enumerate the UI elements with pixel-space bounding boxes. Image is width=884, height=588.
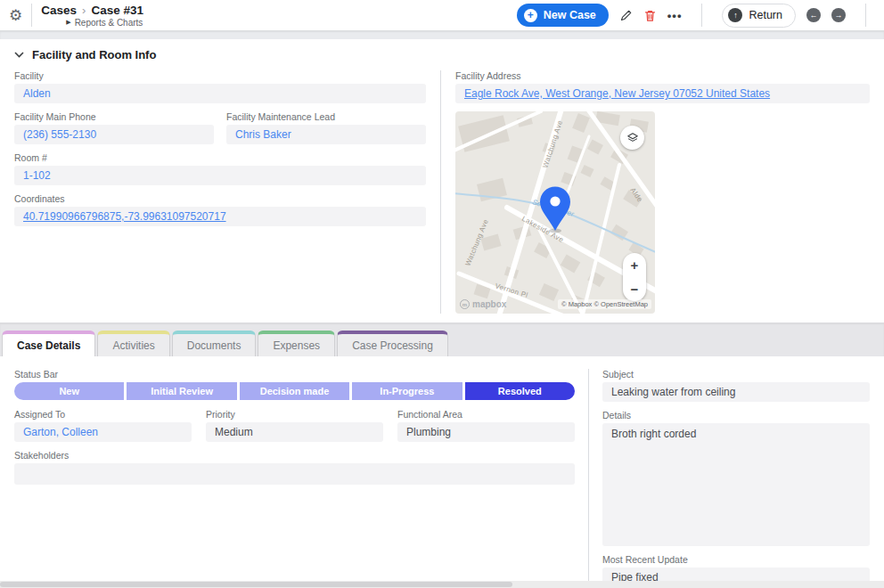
edit-pencil-icon[interactable]: [619, 9, 633, 22]
status-step[interactable]: New: [14, 382, 124, 400]
facility-section-header[interactable]: Facility and Room Info: [14, 48, 870, 61]
room-field[interactable]: 1-102: [14, 166, 426, 185]
forward-button[interactable]: →: [831, 8, 846, 22]
divider: [588, 369, 589, 581]
map-layers-button[interactable]: [620, 126, 644, 150]
top-bar: ⚙ Cases › Case #31 ▶ Reports & Charts + …: [0, 0, 884, 30]
details-label: Details: [602, 410, 870, 421]
plus-icon: +: [524, 9, 537, 22]
zoom-out-button[interactable]: −: [631, 281, 639, 298]
facility-label: Facility: [14, 70, 426, 81]
tab-case-details[interactable]: Case Details: [2, 331, 95, 356]
coordinates-link[interactable]: 40.71990966796875,-73.99631097520717: [14, 207, 426, 226]
map[interactable]: Watchung Ave Alde Second River Lakeside …: [455, 111, 655, 314]
section-separator: [0, 30, 884, 39]
horizontal-scrollbar: [0, 581, 884, 588]
tab-activities[interactable]: Activities: [97, 331, 169, 356]
priority-field[interactable]: Medium: [206, 422, 383, 442]
address-link[interactable]: Eagle Rock Ave, West Orange, New Jersey …: [455, 84, 870, 103]
status-step[interactable]: In-Progress: [352, 382, 462, 400]
coordinates-label: Coordinates: [14, 193, 426, 204]
mapbox-logo-icon: m: [460, 299, 470, 309]
settings-gear-icon[interactable]: ⚙: [9, 8, 22, 23]
status-step[interactable]: Initial Review: [127, 382, 236, 400]
new-case-label: New Case: [544, 9, 596, 21]
maintenance-lead-label: Facility Maintenance Lead: [226, 111, 426, 122]
triangle-icon: ▶: [66, 19, 70, 26]
assigned-to-field[interactable]: Garton, Colleen: [14, 422, 192, 442]
map-zoom-control: + −: [623, 253, 646, 301]
functional-area-label: Functional Area: [397, 409, 575, 420]
page-title: Case #31: [91, 4, 143, 17]
status-bar-label: Status Bar: [14, 369, 575, 380]
divider: [865, 4, 866, 27]
breadcrumb: Cases › Case #31 ▶ Reports & Charts: [41, 4, 143, 28]
chevron-down-icon: [14, 52, 24, 58]
details-field[interactable]: Broth right corded: [602, 423, 870, 546]
return-button[interactable]: ↑ Return: [722, 4, 796, 28]
status-bar: New Initial Review Decision made In-Prog…: [14, 382, 575, 400]
arrow-up-icon: ↑: [728, 8, 742, 22]
subject-label: Subject: [602, 369, 870, 380]
new-case-button[interactable]: + New Case: [517, 4, 609, 27]
divider: [701, 4, 702, 27]
layers-icon: [626, 132, 639, 144]
facility-section: Facility and Room Info Facility Alden Fa…: [0, 39, 884, 323]
phone-field[interactable]: (236) 555-2130: [14, 125, 214, 144]
toolbar: + New Case ••• ↑ Return ← →: [517, 4, 875, 28]
return-label: Return: [749, 9, 782, 21]
room-label: Room #: [14, 152, 426, 163]
delete-trash-icon[interactable]: [643, 9, 657, 22]
priority-label: Priority: [206, 409, 383, 420]
mapbox-wordmark: mapbox: [472, 299, 506, 309]
subject-field[interactable]: Leaking water from ceiling: [602, 382, 870, 402]
tab-expenses[interactable]: Expenses: [258, 331, 335, 356]
status-step[interactable]: Resolved: [465, 382, 575, 400]
back-button[interactable]: ←: [806, 8, 821, 22]
mapbox-logo: m mapbox: [460, 299, 506, 309]
facility-section-title: Facility and Room Info: [32, 48, 156, 61]
breadcrumb-separator: ›: [82, 4, 86, 17]
case-page: ⚙ Cases › Case #31 ▶ Reports & Charts + …: [0, 0, 884, 588]
maintenance-lead-field[interactable]: Chris Baker: [226, 125, 426, 144]
divider: [31, 4, 32, 27]
functional-area-field[interactable]: Plumbing: [397, 422, 575, 442]
breadcrumb-cases-link[interactable]: Cases: [41, 4, 77, 17]
zoom-in-button[interactable]: +: [631, 257, 639, 274]
tab-case-processing[interactable]: Case Processing: [337, 331, 448, 356]
scrollbar-thumb[interactable]: [0, 582, 512, 587]
address-label: Facility Address: [455, 70, 870, 81]
tab-documents[interactable]: Documents: [172, 331, 257, 356]
phone-label: Facility Main Phone: [14, 111, 214, 122]
most-recent-update-label: Most Recent Update: [602, 554, 870, 565]
reports-charts-label: Reports & Charts: [75, 18, 143, 28]
assigned-to-label: Assigned To: [14, 409, 192, 420]
stakeholders-label: Stakeholders: [14, 450, 575, 461]
reports-charts-link[interactable]: ▶ Reports & Charts: [66, 18, 143, 28]
tab-bar: Case Details Activities Documents Expens…: [0, 323, 884, 356]
status-step[interactable]: Decision made: [240, 382, 349, 400]
facility-field[interactable]: Alden: [14, 84, 426, 103]
case-details-panel: Status Bar New Initial Review Decision m…: [0, 356, 884, 581]
map-attribution: © Mapbox © OpenStreetMap: [558, 299, 651, 309]
stakeholders-field[interactable]: [14, 463, 575, 485]
more-actions-icon[interactable]: •••: [667, 9, 683, 22]
divider: [440, 70, 441, 314]
